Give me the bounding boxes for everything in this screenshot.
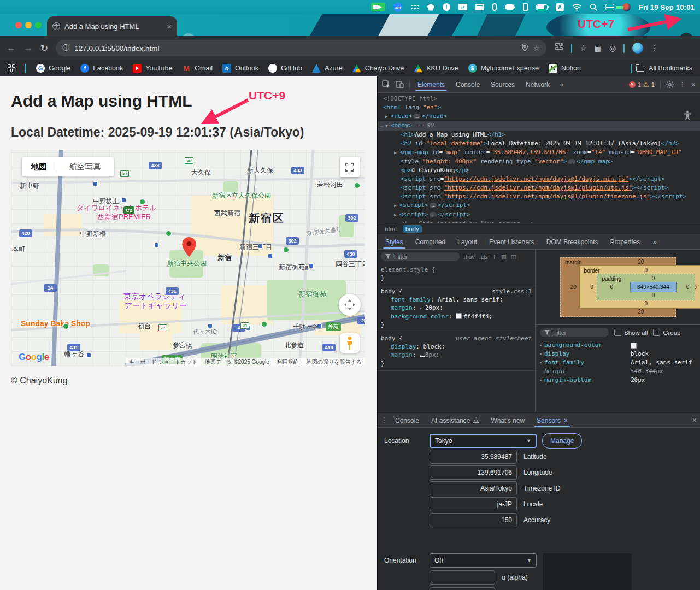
drawer-tab[interactable]: Console × [390,414,425,427]
styles-tab[interactable]: Computed [413,235,448,249]
console-error-badge[interactable]: ✕ 1 ⚠ 1 [629,81,655,88]
computed-property-row[interactable]: ▸ font-family Arial, sans-serif [538,358,698,367]
styles-tab[interactable]: Layout [455,235,479,249]
extension-star-icon[interactable]: ☆ [580,44,587,52]
devtools-tab[interactable]: Console [454,78,482,91]
map-attribution-link[interactable]: 地図データ ©2025 Google [205,358,269,366]
styles-filter-input[interactable]: Filter [381,252,460,261]
bookmark-item[interactable]: KKU Drive [414,64,458,73]
reload-button[interactable]: ↻ [40,43,48,54]
control-center-icon[interactable] [605,2,614,12]
battery-icon[interactable] [536,2,548,12]
extension-avatar-icon[interactable] [632,43,643,54]
style-property[interactable]: margin: ▸ 20px; [381,304,532,312]
manage-button[interactable]: Manage [542,433,582,449]
style-property[interactable]: display: block; [381,343,532,351]
extensions-puzzle-icon[interactable] [554,43,563,54]
back-button[interactable]: ← [7,43,16,54]
globe-app-icon[interactable] [622,2,631,12]
styles-tab[interactable]: Properties [608,235,643,249]
style-rule[interactable]: body {style.css:1font-family: Arial, san… [378,285,535,332]
screen-record-icon[interactable] [371,2,385,12]
orientation-select[interactable]: Off ▼ [430,553,537,568]
map-attribution-link[interactable]: キーボード ショートカット [129,358,197,366]
dom-tree-node[interactable]: <h2 id="local-datetime">Local Datetime: … [378,139,700,148]
minimize-window-button[interactable] [25,22,32,28]
toggle-hover-state[interactable]: :hov [464,253,475,260]
drawer-tab[interactable]: What's new × [485,414,530,427]
screenshot-lens-icon[interactable]: ◎ [609,44,616,52]
tab-close-icon[interactable]: × [167,22,172,31]
mouse-icon[interactable] [505,2,515,12]
map-attribution-link[interactable]: 地図の誤りを報告する [307,358,362,366]
bookmark-item[interactable]: M Gmail [182,64,213,73]
dom-tree-node[interactable]: <html lang="en"> [378,103,700,112]
bookmark-item[interactable]: Azure [312,64,343,73]
bookmark-item[interactable]: o Outlook [222,64,258,73]
dots-grid-icon[interactable] [411,2,419,12]
phone-mirror-icon[interactable] [523,2,528,12]
computed-property-row[interactable]: height 540.344px [538,367,698,376]
map-fullscreen-button[interactable] [340,157,360,177]
dom-tree-node[interactable]: <p>© ChaiyoKung</p> [378,166,700,175]
computed-property-row[interactable]: ▸ display block [538,350,698,358]
map-tilt-rotate-control[interactable] [339,294,361,316]
devtools-close-icon[interactable]: × [691,80,696,89]
style-rule[interactable]: element.style {} [378,263,535,285]
google-logo[interactable]: Google [19,352,49,363]
accessibility-person-icon[interactable] [684,110,691,123]
dom-tree-node[interactable]: ▶ <gmp-map id="map" center="35.689487,13… [378,148,700,157]
styles-tab[interactable]: Event Listeners [487,235,537,249]
bookmark-item[interactable]: f Facebook [80,64,123,73]
show-all-checkbox[interactable]: Show all [614,329,648,336]
dom-tree-node[interactable]: <script src="https://cdn.jsdelivr.net/np… [378,192,700,201]
search-icon[interactable] [590,2,597,12]
dom-tree-node[interactable]: …▼ <body> == $0 [378,121,700,131]
browser-menu-icon[interactable]: ⋮ [651,44,658,52]
devtools-tab[interactable]: Elements [415,78,447,91]
sensor-field-input[interactable] [430,497,517,511]
computed-sidebar-toggle-icon[interactable]: ◫ [511,253,516,260]
devtools-tab[interactable]: Sources [489,78,517,91]
bookmark-item[interactable]: YouTube [133,64,172,73]
forward-button[interactable]: → [23,43,33,54]
bookmark-item[interactable]: N Notion [549,64,581,73]
style-rule[interactable]: body {user agent stylesheetdisplay: bloc… [378,332,535,371]
toggle-class[interactable]: .cls [479,253,488,260]
styles-tab[interactable]: Styles [383,235,405,249]
map-attribution-link[interactable]: 利用規約 [277,358,299,366]
display-swap-icon[interactable]: ⇄ [458,2,467,12]
sensor-field-input[interactable] [430,513,517,527]
breadcrumb-item[interactable]: html [382,225,399,233]
computed-property-row[interactable]: ▸ background-color [538,341,698,350]
style-property[interactable]: font-family: Arial, sans-serif; [381,296,532,304]
url-text[interactable]: 127.0.0.1:5500/index.html [74,44,516,52]
bookmark-item[interactable]: Chaiyo Drive [352,64,404,73]
dom-tree-node[interactable]: <script src="https://cdn.jsdelivr.net/np… [378,184,700,192]
settings-gear-icon[interactable] [666,81,674,88]
apps-grid-icon[interactable] [8,64,15,72]
drawer-tab[interactable]: AI assistance × [426,414,484,427]
map-type-map-button[interactable]: 地図 [22,162,56,172]
sensor-field-input[interactable] [430,481,517,495]
sensor-field-input[interactable] [430,465,517,480]
drawer-tab-close-icon[interactable]: × [564,417,568,424]
input-source-icon[interactable]: A [556,2,564,12]
drawer-close-icon[interactable]: × [692,416,697,424]
google-map[interactable]: 大久保新大久保若松河田新宿区立大久保公園西武新宿新宿区東京医大通り新宿三丁目新宿… [11,150,365,366]
device-toolbar-icon[interactable] [396,80,404,88]
dom-tree-node[interactable]: <h1>Add a Map using HTML</h1> [378,131,700,139]
dom-tree-node[interactable]: <script src="https://cdn.jsdelivr.net/np… [378,175,700,184]
style-property[interactable]: background-color: #f4f4f4; [381,312,532,321]
inspect-element-icon[interactable] [382,80,390,88]
menubar-clock[interactable]: Fri 19 Sep 10:01 [639,3,695,11]
alpha-input[interactable] [430,570,495,585]
location-pin-icon[interactable] [521,43,528,53]
rendering-emulation-icon[interactable]: ▥ [501,253,507,260]
computed-property-row[interactable]: ▸ margin-bottom 20px [538,376,698,385]
zoom-app-icon[interactable]: zm [393,2,403,12]
devtools-menu-icon[interactable]: ⋮ [679,81,686,88]
drawer-menu-icon[interactable]: ⋮ [381,416,387,424]
bookmark-item[interactable]: GitHub [268,64,302,73]
breadcrumb-item[interactable]: body [403,225,422,233]
